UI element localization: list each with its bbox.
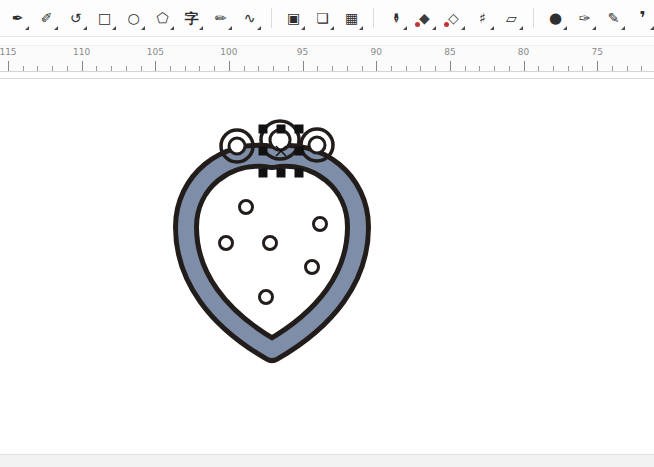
ruler-tick — [111, 66, 112, 71]
selection-handle[interactable] — [277, 169, 286, 178]
bottom-bar — [0, 454, 654, 467]
pen-tool-icon: ✒ — [12, 11, 24, 25]
paintbrush-tool-button[interactable]: ✐ — [33, 4, 60, 32]
blob-brush-tool-button[interactable]: ❜ — [629, 4, 654, 32]
seed-circle[interactable] — [306, 261, 319, 274]
ellipse-tool-icon: ○ — [127, 11, 139, 25]
ruler-tick — [332, 66, 333, 71]
ruler-label: 95 — [297, 47, 308, 57]
drawing-svg[interactable] — [0, 79, 654, 455]
seed-circle[interactable] — [264, 237, 277, 250]
ruler-tick — [538, 66, 539, 71]
ruler-tick — [170, 66, 171, 71]
eraser-tool-button[interactable]: ▱ — [498, 4, 525, 32]
ruler-tick — [435, 66, 436, 71]
ruler-tick — [82, 61, 83, 71]
eyedropper-tool-button[interactable]: ✒ — [382, 4, 409, 32]
selection-handle[interactable] — [259, 147, 268, 156]
ruler-tick — [612, 66, 613, 71]
selection-handle[interactable] — [295, 169, 304, 178]
selection-handle[interactable] — [295, 125, 304, 134]
ruler-tick — [568, 66, 569, 71]
ruler-tick — [582, 66, 583, 71]
drop-shadow-tool-icon: ❏ — [316, 11, 329, 25]
ruler-tick — [141, 66, 142, 71]
mesh-fill-tool-icon: ♯ — [479, 11, 486, 25]
ruler-tick — [229, 61, 230, 71]
ruler-tick — [465, 66, 466, 71]
mesh-fill-tool-button[interactable]: ♯ — [469, 4, 496, 32]
text-tool-button[interactable]: 字 — [178, 4, 205, 32]
smart-fill-tool-color-dot — [415, 22, 420, 27]
horizontal-ruler[interactable]: 1151101051009590858075 — [0, 45, 654, 72]
rectangle-tool-button[interactable]: □ — [91, 4, 118, 32]
app-window: ✒✐↺□○⬠字✏∿▣❏▦✒◆◇♯▱●✑✎❜ 115110105100959085… — [0, 0, 654, 467]
ruler-label: 80 — [518, 47, 529, 57]
toolbar-separator — [271, 8, 272, 28]
canvas-area[interactable] — [0, 79, 654, 455]
selection-handle[interactable] — [259, 125, 268, 134]
pressure-pen-tool-icon: ✎ — [608, 11, 620, 25]
fill-tool-color-dot — [444, 22, 449, 27]
ruler-tick — [96, 66, 97, 71]
ruler-tick — [288, 66, 289, 71]
ruler-tick — [52, 66, 53, 71]
ellipse-tool-button[interactable]: ○ — [120, 4, 147, 32]
ruler-tick — [524, 61, 525, 71]
pen-tool-button[interactable]: ✒ — [4, 4, 31, 32]
seed-circle[interactable] — [314, 218, 327, 231]
ruler-tick — [509, 66, 510, 71]
contour-tool-button[interactable]: ▣ — [280, 4, 307, 32]
artistic-media-tool-icon: ● — [549, 11, 562, 26]
ruler-tick — [244, 66, 245, 71]
ruler-tick — [597, 61, 598, 71]
fill-tool-icon: ◇ — [448, 11, 459, 25]
ruler-tick — [126, 66, 127, 71]
ruler-tick — [627, 66, 628, 71]
pen-nib-tool-button[interactable]: ✑ — [571, 4, 598, 32]
drop-shadow-tool-button[interactable]: ❏ — [309, 4, 336, 32]
artistic-media-tool-button[interactable]: ● — [542, 4, 569, 32]
ruler-label: 115 — [0, 47, 17, 57]
bezier-tool-button[interactable]: ∿ — [236, 4, 263, 32]
freehand-tool-icon: ✏ — [215, 11, 227, 25]
blob-brush-tool-icon: ❜ — [639, 9, 645, 27]
ruler-label: 105 — [147, 47, 164, 57]
ruler-tick — [317, 66, 318, 71]
ruler-tick — [67, 66, 68, 71]
pen-nib-tool-icon: ✑ — [579, 11, 591, 25]
ruler-tick — [479, 66, 480, 71]
strawberry-outline[interactable] — [186, 156, 358, 350]
ruler-tick — [214, 66, 215, 71]
smart-drawing-tool-icon: ↺ — [70, 11, 82, 25]
selection-handle[interactable] — [295, 147, 304, 156]
crown-circle-inner[interactable] — [229, 138, 245, 154]
crown-circle-inner[interactable] — [309, 137, 325, 153]
transparency-tool-button[interactable]: ▦ — [338, 4, 365, 32]
selection-handle[interactable] — [259, 169, 268, 178]
selection-handle[interactable] — [277, 125, 286, 134]
freehand-tool-button[interactable]: ✏ — [207, 4, 234, 32]
ruler-tick — [303, 61, 304, 71]
ruler-label: 85 — [444, 47, 455, 57]
text-tool-icon: 字 — [185, 11, 199, 25]
seed-circle[interactable] — [240, 201, 253, 214]
ruler-label: 110 — [73, 47, 90, 57]
smart-fill-tool-button[interactable]: ◆ — [411, 4, 438, 32]
smart-drawing-tool-button[interactable]: ↺ — [62, 4, 89, 32]
pressure-pen-tool-button[interactable]: ✎ — [600, 4, 627, 32]
contour-tool-icon: ▣ — [287, 11, 300, 25]
ruler-tick — [37, 66, 38, 71]
eraser-tool-icon: ▱ — [506, 11, 517, 25]
seed-circle[interactable] — [260, 291, 273, 304]
toolbar-separator — [533, 8, 534, 28]
ruler-tick — [155, 61, 156, 71]
fill-tool-button[interactable]: ◇ — [440, 4, 467, 32]
seed-circle[interactable] — [220, 237, 233, 250]
ruler-tick — [8, 61, 9, 71]
ruler-tick — [406, 66, 407, 71]
ruler-tick — [553, 66, 554, 71]
toolbar: ✒✐↺□○⬠字✏∿▣❏▦✒◆◇♯▱●✑✎❜ — [0, 0, 654, 37]
polygon-tool-button[interactable]: ⬠ — [149, 4, 176, 32]
ruler-tick — [347, 66, 348, 71]
